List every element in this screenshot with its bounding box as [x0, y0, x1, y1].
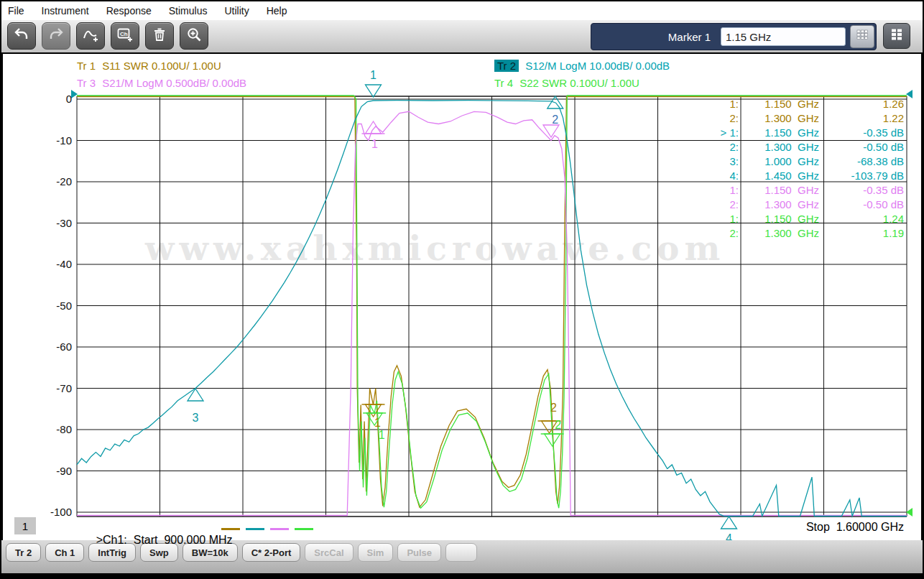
legend-dash-tr4 — [295, 528, 313, 530]
status-button-srccal: SrcCal — [305, 543, 353, 562]
trace-label-tr1[interactable]: Tr 1S11 SWR 0.100U/ 1.00U — [77, 60, 221, 72]
marker-value: 1.26 — [819, 97, 904, 111]
marker-value: -103.79 dB — [819, 169, 904, 183]
marker-frequency: 1.150 GHz — [743, 183, 819, 198]
y-axis-tick-label: -20 — [32, 175, 72, 189]
marker-frequency: 1.150 GHz — [743, 97, 819, 111]
undo-button[interactable] — [7, 22, 36, 50]
y-axis-tick-label: -70 — [32, 381, 72, 396]
marker-frequency: 1.150 GHz — [743, 126, 819, 140]
marker-value: 1.19 — [819, 226, 904, 241]
menu-item-stimulus[interactable]: Stimulus — [162, 3, 214, 19]
marker-number: > 1: — [707, 126, 739, 140]
vna-application-window: FileInstrumentResponseStimulusUtilityHel… — [0, 0, 924, 579]
trace-format-text: S12/M LogM 10.00dB/ 0.00dB — [525, 60, 670, 72]
y-axis-tick-label: -60 — [32, 340, 72, 354]
marker-value: 1.24 — [819, 212, 904, 226]
marker-digit-label: 1 — [374, 417, 381, 429]
trace-label-tr4[interactable]: Tr 4S22 SWR 0.100U/ 1.00U — [494, 77, 639, 89]
marker-digit-label: 1 — [379, 429, 385, 441]
menu-item-utility[interactable]: Utility — [218, 3, 255, 19]
plot-panel: www.xahxmicrowave.com 123411122 Tr 1S11 … — [3, 54, 921, 540]
marker-digit-label: 3 — [193, 412, 199, 424]
menu-item-help[interactable]: Help — [260, 3, 294, 19]
legend-dash-tr3 — [270, 528, 289, 530]
redo-button — [42, 22, 70, 50]
marker-triangle[interactable] — [543, 125, 559, 137]
status-button-blank — [445, 543, 477, 562]
marker-value: -0.35 dB — [819, 126, 904, 140]
marker-digit-label: 2 — [552, 114, 558, 126]
marker-table-row: 2:1.300 GHz1.19 — [707, 226, 907, 241]
marker-number: 1: — [707, 183, 739, 198]
marker-table-row: 1:1.150 GHz1.26 — [707, 97, 907, 111]
marker-frequency: 1.300 GHz — [743, 226, 819, 241]
status-button-tr-2[interactable]: Tr 2 — [6, 543, 41, 562]
marker-value: -0.35 dB — [819, 183, 904, 198]
status-button-sim: Sim — [358, 543, 394, 562]
trace-label-tr3[interactable]: Tr 3S21/M LogM 0.500dB/ 0.00dB — [77, 77, 246, 89]
marker-number: 2: — [707, 226, 739, 241]
marker-digit-label: 2 — [550, 402, 557, 414]
marker-frequency: 1.150 GHz — [743, 212, 819, 226]
marker-triangle[interactable] — [366, 121, 382, 134]
marker-value: -68.38 dB — [819, 154, 904, 169]
marker-digit-label: 4 — [726, 532, 732, 540]
marker-number: 1: — [707, 212, 739, 226]
zoom-icon — [185, 26, 203, 46]
y-axis-tick-label: -40 — [32, 257, 72, 272]
trace-label-tr2[interactable]: Tr 2S12/M LogM 10.00dB/ 0.00dB — [494, 60, 670, 72]
marker-digit-label: 1 — [370, 69, 376, 81]
keypad-icon — [855, 28, 869, 45]
delete-icon — [151, 26, 168, 46]
trace-id-badge: Tr 2 — [494, 60, 519, 72]
marker-value: 1.22 — [819, 111, 904, 126]
redo-icon — [47, 26, 65, 46]
add-marker-button[interactable] — [76, 22, 105, 50]
marker-table-row: 3:1.000 GHz-68.38 dB — [707, 154, 907, 169]
add-channel-button[interactable]: Ch — [111, 22, 139, 50]
menu-item-instrument[interactable]: Instrument — [35, 3, 96, 19]
marker-bar: Marker 1 — [591, 23, 877, 50]
trace-id-badge: Tr 1 — [77, 60, 96, 72]
y-axis-tick-label: -50 — [32, 299, 72, 313]
marker-triangle[interactable] — [721, 517, 737, 529]
trace-id-badge: Tr 3 — [77, 77, 96, 89]
side-panel-button[interactable] — [883, 23, 910, 49]
keypad-button[interactable] — [850, 25, 874, 48]
marker-table-row: 4:1.450 GHz-103.79 dB — [707, 169, 907, 183]
delete-button[interactable] — [145, 22, 174, 50]
y-axis-tick-label: -10 — [32, 134, 72, 148]
marker-table-row: 2:1.300 GHz1.22 — [707, 111, 907, 126]
y-axis-tick-label: -30 — [32, 216, 72, 231]
marker-table-row: 1:1.150 GHz-0.35 dB — [707, 183, 907, 198]
legend-dash-tr1 — [221, 528, 240, 530]
marker-digit-label: 1 — [371, 138, 378, 150]
undo-icon — [13, 26, 30, 46]
channel-number-box[interactable]: 1 — [14, 517, 36, 534]
menu-item-file[interactable]: File — [1, 3, 31, 19]
marker-triangle[interactable] — [188, 389, 203, 401]
marker-frequency: 1.300 GHz — [743, 111, 819, 126]
marker-frequency-input[interactable] — [721, 27, 846, 46]
marker-table-row: 2:1.300 GHz-0.50 dB — [707, 198, 907, 212]
stop-frequency-label[interactable]: Stop 1.60000 GHz — [760, 521, 904, 534]
start-frequency-label[interactable]: Start 900.000 MHz — [134, 534, 233, 546]
zoom-button[interactable] — [180, 22, 208, 50]
marker-table-row: 1:1.150 GHz1.24 — [707, 212, 907, 226]
marker-digit-label: 2 — [555, 419, 561, 431]
menu-bar: FileInstrumentResponseStimulusUtilityHel… — [1, 1, 923, 20]
status-button-pulse: Pulse — [397, 543, 441, 562]
status-button-c-2-port[interactable]: C* 2-Port — [242, 543, 301, 562]
marker-table-row: > 1:1.150 GHz-0.35 dB — [707, 126, 907, 140]
y-axis-tick-label: 0 — [32, 92, 72, 106]
marker-triangle[interactable] — [366, 85, 382, 97]
marker-number: 2: — [707, 140, 739, 154]
menu-item-response[interactable]: Response — [100, 3, 158, 19]
trace-format-text: S22 SWR 0.100U/ 1.00U — [519, 77, 639, 89]
legend-dash-tr2 — [246, 528, 264, 530]
trace-format-text: S21/M LogM 0.500dB/ 0.00dB — [102, 77, 246, 89]
marker-number: 1: — [707, 97, 739, 111]
svg-text:Ch: Ch — [120, 31, 128, 37]
marker-frequency: 1.000 GHz — [743, 154, 819, 169]
